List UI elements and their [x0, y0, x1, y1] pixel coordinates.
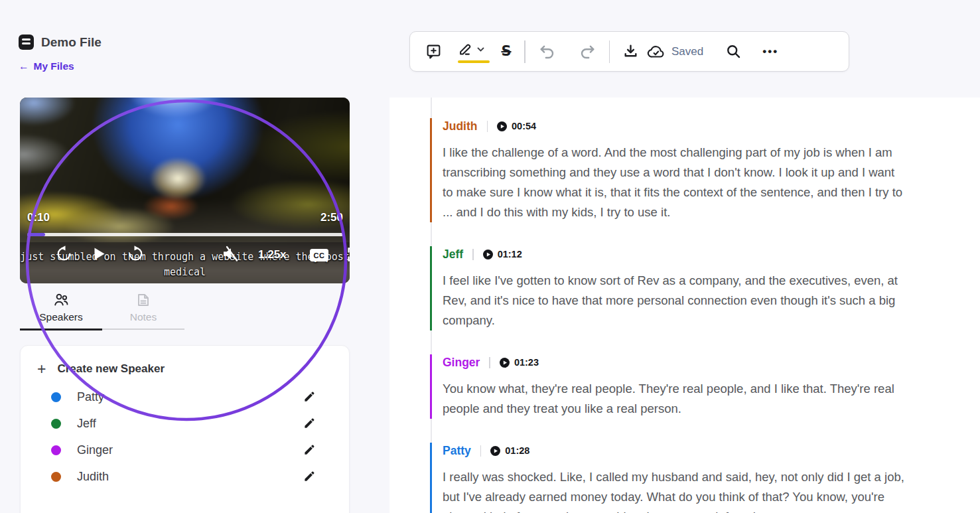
- edit-speaker-button[interactable]: [303, 443, 316, 457]
- divider: [472, 249, 474, 260]
- speaker-name: Judith: [77, 470, 109, 484]
- play-icon: [94, 248, 105, 260]
- create-new-speaker-button[interactable]: + Create new Speaker: [21, 346, 349, 376]
- undo-icon: [539, 43, 556, 60]
- current-time: 0:10: [27, 211, 50, 224]
- speakers-icon: [53, 293, 69, 307]
- redo-button[interactable]: [575, 38, 600, 65]
- strikethrough-icon: S: [501, 44, 511, 58]
- highlighter-icon: [456, 40, 474, 58]
- duration: 2:50: [320, 211, 343, 224]
- speaker-name: Patty: [77, 390, 104, 404]
- pencil-icon: [303, 443, 316, 456]
- video-player[interactable]: 0:10 2:50 just stumbled on them through …: [20, 98, 350, 283]
- forward-button[interactable]: [127, 245, 145, 263]
- fullscreen-icon: [348, 248, 350, 261]
- mute-button[interactable]: [221, 246, 240, 262]
- pencil-icon: [303, 390, 316, 403]
- saved-label: Saved: [671, 45, 703, 58]
- rewind-icon: [55, 245, 73, 263]
- transcript-panel: Judith 00:54 I like the challenge of a w…: [389, 98, 980, 513]
- search-button[interactable]: [721, 38, 746, 65]
- back-to-my-files-link[interactable]: ← My Files: [19, 60, 102, 72]
- transcript-speaker-name[interactable]: Jeff: [443, 248, 463, 261]
- pencil-icon: [303, 417, 316, 429]
- timestamp-button[interactable]: 01:23: [500, 357, 539, 368]
- transcript-text[interactable]: I like the challenge of a word. And the …: [443, 143, 907, 222]
- page-title: Demo File: [41, 35, 102, 50]
- forward-icon: [127, 245, 145, 263]
- speaker-row-patty: Patty: [21, 384, 349, 410]
- speaker-color-dot: [51, 445, 61, 455]
- download-icon: [622, 43, 639, 60]
- play-circle-icon: [490, 446, 500, 456]
- tab-notes-label: Notes: [130, 311, 157, 323]
- timestamp-button[interactable]: 01:28: [490, 445, 529, 456]
- edit-speaker-button[interactable]: [303, 470, 316, 483]
- cc-icon: CC: [314, 252, 325, 259]
- speaker-color-dot: [51, 392, 61, 402]
- transcript-text[interactable]: You know what, they're real people. They…: [443, 379, 907, 419]
- highlighter-button[interactable]: [456, 40, 484, 63]
- captions-toggle-button[interactable]: CC: [310, 249, 328, 261]
- transcript-block-jeff: Jeff 01:12 I feel like I've gotten to kn…: [430, 246, 909, 330]
- speaker-name: Jeff: [77, 417, 96, 431]
- divider: [489, 357, 490, 368]
- tab-speakers[interactable]: Speakers: [20, 291, 102, 330]
- tab-speakers-label: Speakers: [39, 311, 82, 323]
- file-header: Demo File ← My Files: [19, 35, 102, 72]
- autosave-status: Saved: [647, 44, 703, 59]
- transcript-text[interactable]: I feel like I've gotten to know sort of …: [443, 271, 907, 330]
- speaker-row-judith: Judith: [21, 463, 349, 490]
- toolbar-divider: [609, 40, 610, 63]
- speaker-row-ginger: Ginger: [21, 437, 349, 463]
- editor-toolbar: S Saved •••: [409, 31, 849, 72]
- play-circle-icon: [483, 250, 493, 259]
- more-options-button[interactable]: •••: [758, 38, 783, 65]
- timestamp-button[interactable]: 00:54: [497, 121, 536, 131]
- chevron-down-icon: [477, 47, 484, 52]
- timestamp-button[interactable]: 01:12: [483, 249, 522, 259]
- toolbar-divider: [524, 40, 525, 63]
- highlight-color-swatch: [458, 60, 490, 63]
- play-circle-icon: [497, 121, 507, 131]
- undo-button[interactable]: [535, 38, 560, 65]
- transcript-text[interactable]: I really was shocked. Like, I called my …: [443, 467, 907, 513]
- document-icon: [19, 35, 34, 50]
- add-comment-icon: [425, 43, 442, 60]
- divider: [480, 445, 482, 457]
- tab-notes[interactable]: Notes: [102, 291, 184, 330]
- divider: [487, 121, 488, 132]
- speaker-row-jeff: Jeff: [21, 410, 349, 437]
- transcript-block-patty: Patty 01:28 I really was shocked. Like, …: [430, 443, 909, 513]
- cloud-check-icon: [647, 44, 665, 59]
- download-button[interactable]: [618, 38, 643, 65]
- search-icon: [725, 43, 742, 60]
- transcript-speaker-name[interactable]: Judith: [443, 119, 478, 133]
- sidebar-tabs: Speakers Notes: [20, 291, 184, 330]
- playback-speed-button[interactable]: 1.25x: [258, 248, 287, 261]
- transcript-speaker-name[interactable]: Patty: [443, 444, 471, 458]
- edit-speaker-button[interactable]: [303, 417, 316, 430]
- more-icon: •••: [762, 45, 778, 58]
- speaker-color-dot: [51, 419, 61, 429]
- transcript-block-judith: Judith 00:54 I like the challenge of a w…: [430, 118, 909, 222]
- edit-speaker-button[interactable]: [303, 390, 316, 403]
- fullscreen-button[interactable]: [348, 248, 350, 261]
- transcript-speaker-name[interactable]: Ginger: [443, 356, 480, 370]
- strikethrough-button[interactable]: S: [494, 38, 519, 65]
- speaker-color-dot: [51, 472, 61, 482]
- notes-icon: [137, 293, 150, 307]
- rewind-button[interactable]: [55, 245, 73, 263]
- seek-bar-fill: [27, 233, 45, 236]
- seek-bar[interactable]: [27, 233, 343, 236]
- speaker-name: Ginger: [77, 443, 113, 457]
- back-arrow-icon: ←: [19, 60, 29, 72]
- plus-icon: +: [37, 362, 46, 376]
- transcript-block-ginger: Ginger 01:23 You know what, they're real…: [430, 354, 909, 419]
- play-button[interactable]: [94, 248, 105, 260]
- add-comment-button[interactable]: [421, 38, 446, 65]
- play-circle-icon: [500, 358, 510, 368]
- speakers-panel: + Create new Speaker Patty Jeff Ginger: [20, 345, 350, 513]
- speaker-list: Patty Jeff Ginger Judith: [21, 384, 349, 490]
